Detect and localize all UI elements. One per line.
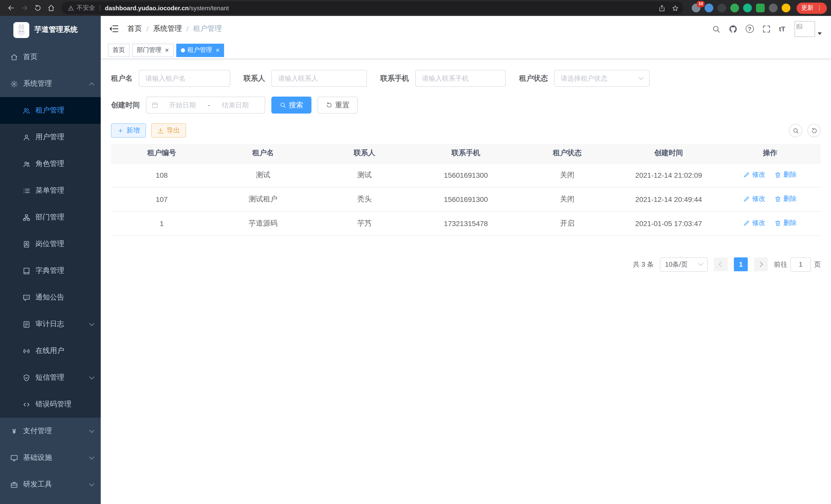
cell-phone: 15601691300 (415, 163, 517, 187)
contact-input[interactable] (271, 70, 367, 87)
github-icon[interactable] (728, 24, 737, 33)
main-area: 首页 / 系统管理 / 租户管理 ? tT (101, 16, 831, 504)
cell-created-at: 2021-01-05 17:03:47 (618, 211, 719, 235)
status-select[interactable]: 请选择租户状态 (554, 70, 650, 87)
fullscreen-icon[interactable] (762, 24, 771, 33)
toggle-search-button[interactable] (789, 124, 802, 137)
sidebar-item-post-management[interactable]: 岗位管理 (0, 231, 101, 258)
browser-update-button[interactable]: 更新 ⋮ (797, 2, 827, 13)
cell-contact: 测试 (314, 163, 415, 187)
edit-button[interactable]: 修改 (743, 170, 766, 180)
home-icon (10, 53, 18, 61)
extension-icon[interactable]: 10 (692, 4, 700, 12)
sidebar-item-home[interactable]: 首页 (0, 44, 101, 70)
extension-icon[interactable] (756, 4, 765, 12)
chevron-right-icon (758, 262, 763, 267)
font-size-icon[interactable]: tT (779, 25, 785, 33)
breadcrumb-item-home[interactable]: 首页 (127, 24, 142, 33)
extension-icon[interactable] (769, 4, 778, 12)
tab-dept-management[interactable]: 部门管理 × (132, 43, 173, 57)
export-button[interactable]: 导出 (151, 123, 186, 138)
tab-home[interactable]: 首页 (108, 43, 130, 57)
browser-home-button[interactable] (44, 1, 58, 14)
column-header-tenant-name: 租户名 (212, 144, 314, 163)
table-tools (789, 124, 821, 137)
refresh-table-button[interactable] (807, 124, 821, 137)
browser-forward-button[interactable] (18, 1, 31, 14)
delete-button[interactable]: 删除 (775, 218, 797, 228)
chevron-up-icon (89, 83, 94, 88)
delete-button[interactable]: 删除 (775, 170, 797, 180)
security-label: 不安全 (77, 4, 95, 12)
cell-tenant-name: 测试 (212, 163, 314, 187)
page-content: 租户名 联系人 联系手机 租户状态 请选择租户状态 (101, 59, 831, 504)
search-button[interactable]: 搜索 (271, 97, 311, 114)
sidebar-item-dept-management[interactable]: 部门管理 (0, 204, 101, 231)
goto-page-input[interactable] (791, 257, 811, 271)
browser-back-button[interactable] (4, 1, 18, 14)
sidebar-menu: 首页 系统管理 租户管理 用户管理 (0, 44, 101, 504)
site-security-chip[interactable]: 不安全 (68, 4, 95, 12)
download-icon (157, 127, 164, 134)
extension-icon[interactable] (730, 4, 739, 12)
next-page-button[interactable] (754, 258, 768, 271)
tenant-name-input[interactable] (139, 70, 230, 87)
share-button[interactable] (656, 2, 668, 14)
sidebar-item-online-users[interactable]: 在线用户 (0, 337, 101, 364)
page-size-select[interactable]: 10条/页 (660, 257, 708, 271)
sidebar-group-sms[interactable]: 短信管理 (0, 364, 101, 391)
cell-phone: 17321315478 (415, 211, 517, 235)
search-icon (792, 127, 799, 134)
delete-button[interactable]: 删除 (775, 195, 797, 204)
url-text: dashboard.yudao.iocoder.cn/system/tenant (105, 4, 229, 11)
edit-button[interactable]: 修改 (743, 218, 766, 228)
sidebar-group-system[interactable]: 系统管理 (0, 70, 101, 97)
bookmark-button[interactable] (669, 2, 682, 14)
active-tab-dot (181, 48, 185, 52)
extension-icon[interactable] (717, 4, 726, 12)
address-bar[interactable]: 不安全 dashboard.yudao.iocoder.cn/system/te… (62, 2, 684, 14)
page-number-button[interactable]: 1 (734, 258, 748, 271)
create-time-label: 创建时间 (111, 100, 140, 110)
user-avatar-menu[interactable] (795, 21, 822, 37)
shield-icon (23, 374, 30, 382)
header-search-icon[interactable] (712, 24, 720, 33)
briefcase-icon (10, 481, 18, 488)
app-logo[interactable]: 芋道管理系统 (0, 16, 101, 44)
cell-phone: 15601691300 (415, 187, 517, 211)
extension-icon[interactable] (782, 4, 791, 12)
extension-icon[interactable] (743, 4, 752, 12)
phone-label: 联系手机 (380, 74, 409, 83)
reset-button[interactable]: 重置 (318, 97, 358, 114)
filter-tenant-name: 租户名 (111, 70, 230, 87)
edit-button[interactable]: 修改 (743, 195, 766, 204)
add-button[interactable]: 新增 (111, 123, 146, 138)
close-icon[interactable]: × (165, 47, 169, 53)
sidebar-item-dict-management[interactable]: 字典管理 (0, 258, 101, 284)
broken-image-icon (796, 23, 803, 30)
sidebar-item-notice[interactable]: 通知公告 (0, 284, 101, 311)
tab-tenant-management[interactable]: 租户管理 × (176, 43, 224, 57)
date-range-picker[interactable]: 开始日期 - 结束日期 (146, 97, 265, 114)
navbar-actions: ? tT (712, 21, 822, 37)
sidebar-item-tenant-management[interactable]: 租户管理 (0, 97, 101, 124)
sidebar-toggle-button[interactable] (109, 24, 119, 34)
tenant-table: 租户编号 租户名 联系人 联系手机 租户状态 创建时间 操作 108 测试 (111, 144, 821, 236)
sidebar-group-audit-log[interactable]: 审计日志 (0, 311, 101, 337)
phone-input[interactable] (415, 70, 506, 87)
prev-page-button[interactable] (714, 258, 728, 271)
sidebar-group-devtools[interactable]: 研发工具 (0, 471, 101, 498)
close-icon[interactable]: × (216, 47, 220, 53)
browser-chrome: 不安全 dashboard.yudao.iocoder.cn/system/te… (0, 0, 831, 16)
sidebar-group-payment[interactable]: ¥ 支付管理 (0, 418, 101, 444)
browser-refresh-button[interactable] (31, 1, 44, 14)
breadcrumb-item-system[interactable]: 系统管理 (153, 24, 182, 33)
sidebar-item-menu-management[interactable]: 菜单管理 (0, 177, 101, 204)
extension-icon[interactable] (705, 4, 713, 12)
help-icon[interactable]: ? (745, 25, 754, 33)
sidebar-item-user-management[interactable]: 用户管理 (0, 124, 101, 151)
share-icon (658, 4, 665, 11)
sidebar-item-role-management[interactable]: 角色管理 (0, 151, 101, 177)
sidebar-group-infrastructure[interactable]: 基础设施 (0, 444, 101, 471)
sidebar-item-error-code[interactable]: 错误码管理 (0, 391, 101, 418)
